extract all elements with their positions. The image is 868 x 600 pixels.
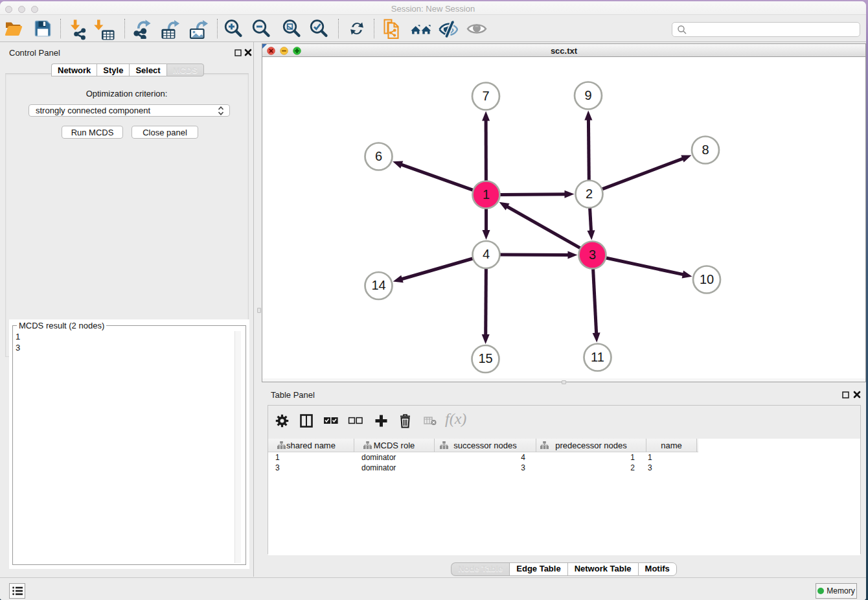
svg-text:2: 2: [586, 187, 593, 201]
svg-text:10: 10: [700, 272, 714, 286]
svg-text:15: 15: [478, 351, 492, 365]
svg-text:6: 6: [375, 149, 382, 163]
svg-text:11: 11: [591, 350, 604, 364]
svg-text:14: 14: [371, 278, 385, 292]
svg-text:7: 7: [482, 89, 489, 103]
svg-text:9: 9: [584, 88, 591, 102]
svg-text:4: 4: [483, 247, 490, 261]
svg-text:8: 8: [702, 143, 709, 157]
svg-text:3: 3: [589, 248, 596, 262]
svg-text:1: 1: [483, 187, 490, 202]
